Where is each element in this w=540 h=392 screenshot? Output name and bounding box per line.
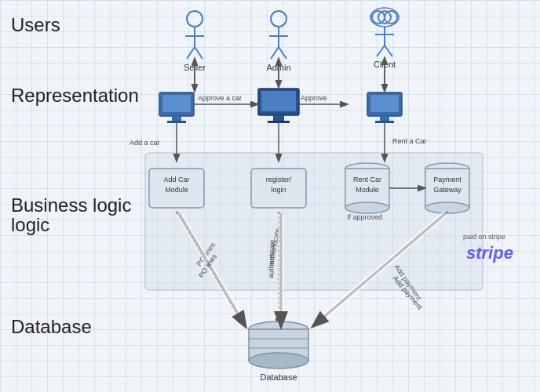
svg-line-19 <box>385 45 392 56</box>
svg-rect-23 <box>172 116 181 121</box>
svg-line-4 <box>195 47 202 59</box>
admin-monitor <box>258 89 299 123</box>
users-label: Users <box>11 14 60 35</box>
client-monitor <box>367 93 402 123</box>
svg-point-51 <box>249 353 308 368</box>
approve-label: Approve <box>301 94 327 102</box>
add-car-module: Add Car Module <box>149 169 204 208</box>
svg-point-41 <box>345 202 389 213</box>
payment-gateway-module: Payment Gateway <box>425 163 469 213</box>
database-label: Database <box>11 316 92 337</box>
svg-text:Module: Module <box>356 186 379 194</box>
business-logic-label2: logic <box>11 214 49 235</box>
svg-point-6 <box>271 11 286 27</box>
svg-rect-31 <box>380 116 389 121</box>
svg-rect-22 <box>162 95 191 112</box>
svg-text:Gateway: Gateway <box>433 186 462 194</box>
svg-text:Database: Database <box>260 372 297 382</box>
approve-a-car-label: Approve a car <box>198 94 242 102</box>
stripe-brand-label: stripe <box>466 243 513 263</box>
database-symbol: Database <box>249 321 308 382</box>
svg-text:Payment: Payment <box>433 176 462 183</box>
representation-label: Representation <box>11 85 139 106</box>
authenticate-label2: authenticate <box>267 240 276 278</box>
svg-line-9 <box>271 47 279 59</box>
if-approved-label: If approved <box>347 213 382 221</box>
svg-rect-26 <box>261 91 296 111</box>
svg-point-0 <box>187 11 202 27</box>
svg-text:Module: Module <box>165 186 188 194</box>
seller-monitor <box>159 93 194 123</box>
svg-rect-27 <box>273 115 284 121</box>
svg-line-10 <box>279 47 286 59</box>
svg-text:login: login <box>271 186 286 194</box>
add-a-car-label: Add a car <box>130 139 160 147</box>
svg-text:Add Car: Add Car <box>163 176 189 183</box>
svg-text:register/: register/ <box>266 176 292 183</box>
rent-car-module: Rent Car Module <box>345 163 389 213</box>
rent-a-car-label: Rent a Car <box>392 137 427 145</box>
svg-line-3 <box>187 47 195 59</box>
register-login-module: register/ login <box>251 169 306 208</box>
svg-rect-30 <box>370 95 399 112</box>
svg-line-18 <box>377 45 385 56</box>
business-logic-label: Business logic <box>11 194 131 216</box>
paid-on-stripe-label: paid on stripe <box>463 233 505 241</box>
svg-text:Rent Car: Rent Car <box>353 176 381 183</box>
svg-point-46 <box>425 202 469 213</box>
